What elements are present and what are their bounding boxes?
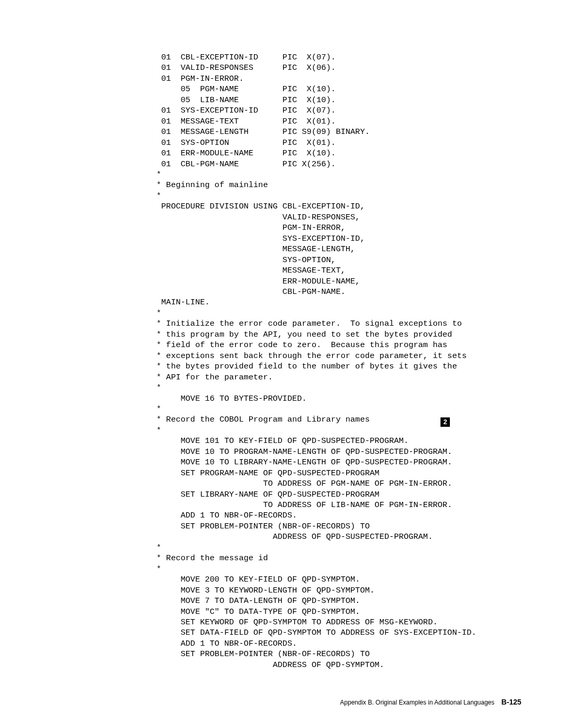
page-number: B-125 (501, 698, 521, 706)
footer-text: Appendix B. Original Examples in Additio… (340, 699, 494, 706)
page-footer: Appendix B. Original Examples in Additio… (340, 697, 521, 707)
document-page: 01 CBL-EXCEPTION-ID PIC X(07). 01 VALID-… (0, 0, 563, 728)
cobol-source-code: 01 CBL-EXCEPTION-ID PIC X(07). 01 VALID-… (156, 52, 521, 670)
callout-marker-2: 2 (440, 417, 450, 427)
